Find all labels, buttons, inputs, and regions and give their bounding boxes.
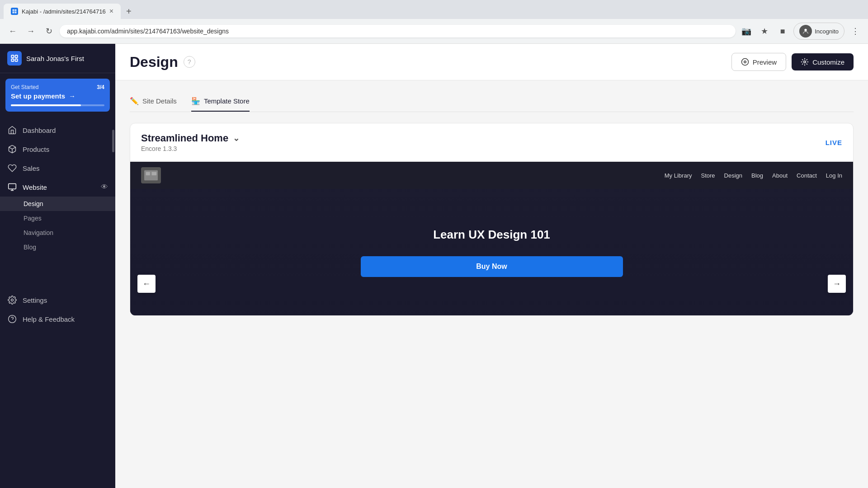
preview-nav-links: My Library Store Design Blog About Conta… [665, 172, 842, 179]
onboarding-count: 3/4 [97, 84, 104, 90]
tab-close-button[interactable]: × [109, 7, 113, 15]
incognito-badge: Incognito [793, 23, 844, 40]
preview-nav: My Library Store Design Blog About Conta… [130, 162, 853, 189]
design-version: Encore 1.3.3 [141, 145, 240, 152]
sidebar-sub-item-pages[interactable]: Pages [0, 211, 115, 225]
bookmark-icon[interactable]: ★ [757, 24, 772, 38]
onboarding-progress-bar [11, 104, 104, 106]
sidebar-item-sales[interactable]: Sales [0, 159, 115, 178]
sidebar-item-website[interactable]: Website 👁 [0, 178, 115, 197]
preview-icon [741, 58, 749, 66]
help-tooltip-icon[interactable]: ? [184, 56, 195, 68]
svg-point-14 [804, 61, 806, 63]
new-tab-button[interactable]: + [123, 5, 135, 19]
heart-icon [7, 163, 17, 173]
preview-arrow-left[interactable]: ← [137, 275, 156, 293]
browser-tabs: Kajabi - /admin/sites/214764716 × + [0, 0, 868, 19]
nav-link-blog[interactable]: Blog [751, 172, 763, 179]
sidebar-sub-item-blog[interactable]: Blog [0, 240, 115, 254]
design-card: Streamlined Home ⌄ Encore 1.3.3 LIVE [130, 123, 854, 316]
sidebar-item-settings[interactable]: Settings [0, 291, 115, 310]
eye-icon: 👁 [101, 183, 108, 191]
svg-point-9 [11, 299, 14, 301]
browser-controls-right: 📷 ★ ■ Incognito ⋮ [739, 23, 863, 40]
nav-link-contact[interactable]: Contact [797, 172, 817, 179]
nav-link-about[interactable]: About [772, 172, 788, 179]
monitor-icon [7, 182, 17, 192]
active-tab[interactable]: Kajabi - /admin/sites/214764716 × [4, 4, 121, 19]
design-name: Streamlined Home ⌄ [141, 132, 240, 144]
sidebar-sub-item-navigation[interactable]: Navigation [0, 225, 115, 240]
sidebar-item-help[interactable]: Help & Feedback [0, 310, 115, 328]
sidebar-sub-item-design[interactable]: Design [0, 197, 115, 211]
forward-button[interactable]: → [24, 24, 38, 38]
tab-template-store[interactable]: 🏪 Template Store [191, 91, 250, 112]
chevron-down-icon[interactable]: ⌄ [233, 133, 240, 143]
customize-icon [801, 58, 809, 66]
nav-link-log-in[interactable]: Log In [826, 172, 842, 179]
onboarding-cta-text: Set up payments → [11, 92, 104, 100]
sidebar-item-dashboard-label: Dashboard [23, 127, 56, 134]
header-left: Design ? [130, 54, 195, 70]
sidebar-item-products-label: Products [23, 145, 49, 153]
nav-link-my-library[interactable]: My Library [665, 172, 692, 179]
sidebar-header: Sarah Jonas's First [0, 44, 115, 73]
sidebar-item-settings-label: Settings [23, 296, 47, 304]
sidebar-item-products[interactable]: Products [0, 140, 115, 159]
svg-rect-2 [15, 55, 18, 57]
preview-hero: Learn UX Design 101 Buy Now [130, 189, 853, 315]
store-icon: 🏪 [191, 97, 200, 105]
extensions-icon[interactable]: ■ [775, 24, 790, 38]
onboarding-banner[interactable]: Get Started 3/4 Set up payments → [5, 79, 110, 112]
address-bar[interactable] [60, 25, 736, 38]
pencil-icon: ✏️ [130, 97, 139, 105]
main-body: ✏️ Site Details 🏪 Template Store Streaml… [115, 80, 868, 327]
preview-logo [141, 167, 161, 183]
help-icon [7, 314, 17, 324]
website-preview: My Library Store Design Blog About Conta… [130, 162, 853, 315]
tab-favicon [11, 8, 18, 15]
sidebar-item-dashboard[interactable]: Dashboard [0, 121, 115, 140]
main-header: Design ? Preview Customize [115, 44, 868, 80]
tabs: ✏️ Site Details 🏪 Template Store [130, 91, 854, 112]
sidebar-logo[interactable] [7, 51, 22, 66]
svg-point-10 [9, 315, 16, 323]
design-card-header: Streamlined Home ⌄ Encore 1.3.3 LIVE [130, 123, 853, 162]
app-layout: Sarah Jonas's First Get Started 3/4 Set … [0, 44, 868, 488]
svg-rect-4 [15, 59, 18, 61]
sidebar: Sarah Jonas's First Get Started 3/4 Set … [0, 44, 115, 488]
main-content: Design ? Preview Customize ✏️ Site Det [115, 44, 868, 488]
design-info: Streamlined Home ⌄ Encore 1.3.3 [141, 132, 240, 152]
preview-arrow-right[interactable]: → [828, 275, 846, 293]
gear-icon [7, 295, 17, 305]
nav-link-design[interactable]: Design [724, 172, 742, 179]
onboarding-label: Get Started [11, 84, 38, 90]
reload-button[interactable]: ↻ [42, 24, 56, 38]
svg-point-12 [741, 59, 748, 66]
tab-site-details[interactable]: ✏️ Site Details [130, 91, 177, 112]
browser-chrome: Kajabi - /admin/sites/214764716 × + ← → … [0, 0, 868, 44]
browser-controls: ← → ↻ 📷 ★ ■ Incognito ⋮ [0, 19, 868, 43]
live-badge: LIVE [826, 139, 842, 146]
hero-background [130, 189, 853, 315]
tab-title: Kajabi - /admin/sites/214764716 [22, 8, 106, 15]
sidebar-site-title: Sarah Jonas's First [26, 55, 84, 62]
preview-buy-button[interactable]: Buy Now [361, 256, 623, 277]
preview-button[interactable]: Preview [731, 53, 786, 71]
preview-hero-title: Learn UX Design 101 [433, 228, 550, 242]
onboarding-progress-fill [11, 104, 81, 106]
customize-button[interactable]: Customize [792, 53, 854, 70]
svg-rect-17 [152, 172, 157, 176]
sidebar-nav: Dashboard Products Sales Website 👁 [0, 117, 115, 488]
sidebar-scrollbar [112, 130, 114, 152]
back-button[interactable]: ← [5, 24, 20, 38]
more-options-icon[interactable]: ⋮ [848, 24, 863, 38]
nav-link-store[interactable]: Store [701, 172, 715, 179]
incognito-avatar [799, 25, 812, 38]
svg-rect-1 [11, 55, 14, 57]
sidebar-item-help-label: Help & Feedback [23, 315, 75, 323]
header-right: Preview Customize [731, 53, 854, 71]
camera-icon[interactable]: 📷 [739, 24, 754, 38]
box-icon [7, 144, 17, 154]
home-icon [7, 125, 17, 135]
